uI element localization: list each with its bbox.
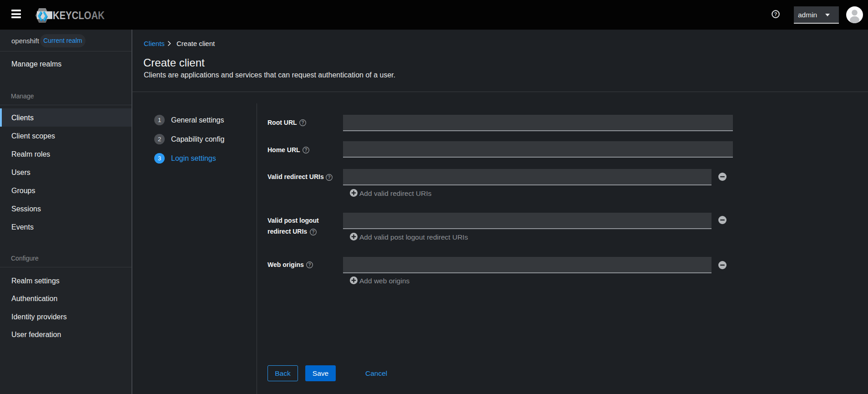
svg-text:?: ? (301, 120, 304, 125)
svg-text:?: ? (304, 148, 307, 153)
svg-text:?: ? (328, 175, 330, 180)
svg-text:KEYCLOAK: KEYCLOAK (53, 9, 105, 21)
svg-text:?: ? (308, 262, 311, 267)
svg-text:?: ? (774, 11, 777, 17)
svg-text:?: ? (312, 230, 314, 235)
